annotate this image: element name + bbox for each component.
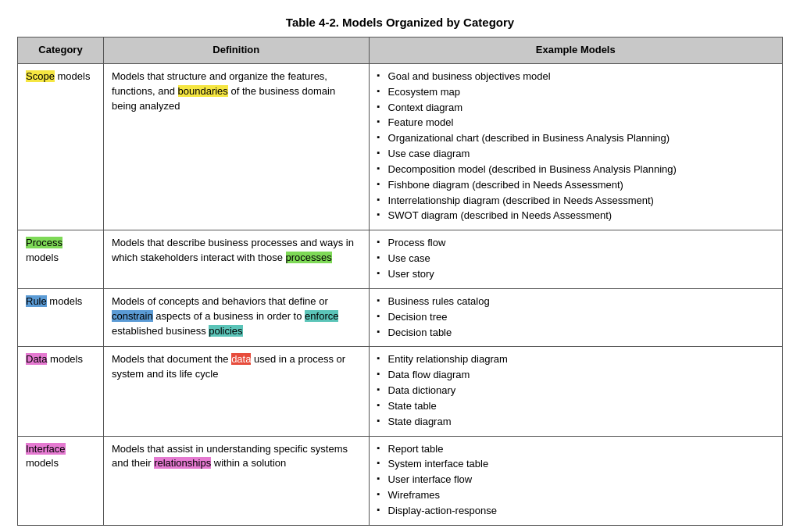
category-highlight: Process: [26, 237, 62, 248]
header-category: Category: [18, 37, 104, 64]
definition-highlight: boundaries: [178, 85, 228, 97]
example-list: Goal and business objectives modelEcosys…: [377, 70, 774, 223]
examples-cell: Entity relationship diagramData flow dia…: [369, 347, 782, 436]
list-item: State table: [377, 399, 774, 414]
category-cell: Interface models: [18, 436, 104, 525]
page-wrapper: Table 4-2. Models Organized by Category …: [17, 16, 783, 526]
list-item: Feature model: [377, 116, 774, 130]
category-highlight: Interface: [26, 443, 66, 455]
list-item: Organizational chart (described in Busin…: [377, 131, 774, 146]
list-item: SWOT diagram (described in Needs Assessm…: [377, 209, 774, 223]
examples-cell: Report tableSystem interface tableUser i…: [369, 436, 782, 525]
example-list: Business rules catalogDecision treeDecis…: [377, 295, 774, 341]
list-item: Display-action-response: [377, 504, 774, 519]
table-row: Interface modelsModels that assist in un…: [18, 436, 783, 525]
list-item: Report table: [377, 442, 774, 457]
list-item: System interface table: [377, 457, 774, 472]
definition-cell: Models that structure and organize the f…: [103, 63, 369, 230]
definition-highlight: constrain: [112, 310, 153, 322]
definition-highlight: enforce: [305, 310, 338, 322]
example-list: Entity relationship diagramData flow dia…: [377, 352, 774, 429]
header-examples: Example Models: [369, 37, 782, 64]
definition-cell: Models that assist in understanding spec…: [103, 436, 369, 525]
list-item: Decision table: [377, 326, 774, 341]
table-row: Scope modelsModels that structure and or…: [18, 63, 783, 230]
table-row: Rule modelsModels of concepts and behavi…: [18, 288, 783, 347]
definition-highlight: policies: [209, 325, 242, 337]
category-cell: Data models: [18, 347, 104, 436]
category-cell: Process models: [18, 230, 104, 289]
table-title: Table 4-2. Models Organized by Category: [17, 16, 783, 29]
list-item: Fishbone diagram (described in Needs Ass…: [377, 178, 774, 193]
list-item: Use case: [377, 252, 774, 266]
example-list: Process flowUse caseUser story: [377, 236, 774, 282]
list-item: Interrelationship diagram (described in …: [377, 194, 774, 209]
list-item: Decision tree: [377, 310, 774, 325]
list-item: Process flow: [377, 236, 774, 251]
list-item: Entity relationship diagram: [377, 352, 774, 367]
list-item: Goal and business objectives model: [377, 70, 774, 84]
definition-highlight: processes: [286, 252, 332, 263]
list-item: Business rules catalog: [377, 295, 774, 309]
category-cell: Rule models: [18, 288, 104, 347]
definition-cell: Models of concepts and behaviors that de…: [103, 288, 369, 347]
list-item: Context diagram: [377, 101, 774, 116]
category-highlight: Scope: [26, 70, 55, 82]
table-row: Process modelsModels that describe busin…: [18, 230, 783, 289]
list-item: Data dictionary: [377, 384, 774, 398]
table-row: Data modelsModels that document the data…: [18, 347, 783, 436]
category-cell: Scope models: [18, 63, 104, 230]
definition-highlight: relationships: [154, 457, 211, 469]
examples-cell: Goal and business objectives modelEcosys…: [369, 63, 782, 230]
definition-cell: Models that document the data used in a …: [103, 347, 369, 436]
list-item: Decomposition model (described in Busine…: [377, 162, 774, 177]
list-item: User story: [377, 267, 774, 282]
header-definition: Definition: [103, 37, 369, 64]
example-list: Report tableSystem interface tableUser i…: [377, 442, 774, 519]
list-item: User interface flow: [377, 473, 774, 487]
examples-cell: Process flowUse caseUser story: [369, 230, 782, 289]
category-highlight: Rule: [26, 295, 47, 307]
list-item: Data flow diagram: [377, 368, 774, 383]
definition-highlight: data: [231, 353, 251, 365]
definition-cell: Models that describe business processes …: [103, 230, 369, 289]
list-item: Wireframes: [377, 488, 774, 503]
list-item: Use case diagram: [377, 147, 774, 162]
category-highlight: Data: [26, 353, 47, 365]
main-table: Category Definition Example Models Scope…: [17, 37, 783, 526]
examples-cell: Business rules catalogDecision treeDecis…: [369, 288, 782, 347]
list-item: Ecosystem map: [377, 85, 774, 100]
list-item: State diagram: [377, 415, 774, 430]
